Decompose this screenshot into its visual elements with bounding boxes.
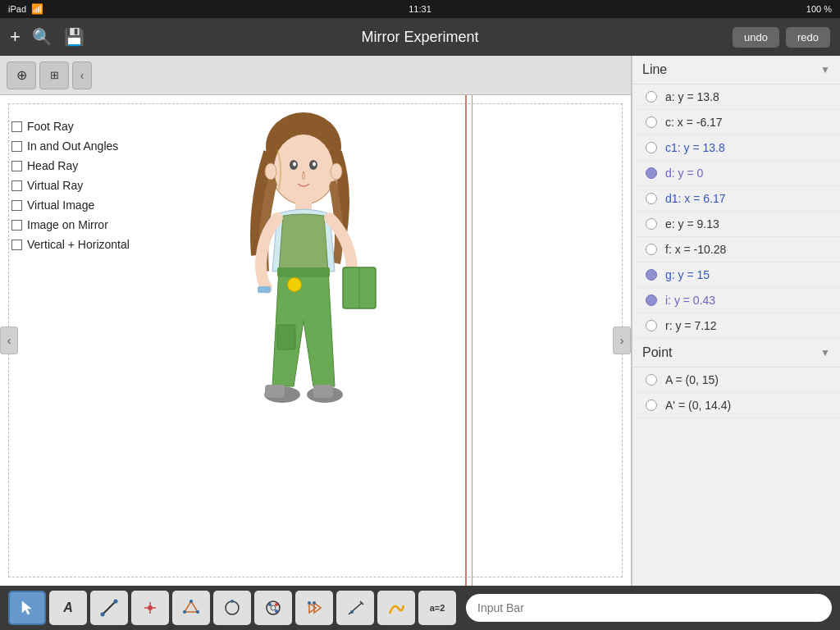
- save-button[interactable]: 💾: [64, 27, 84, 47]
- head-ray-checkbox[interactable]: Head Ray: [11, 159, 130, 172]
- radio-e[interactable]: [646, 218, 657, 230]
- grid-button[interactable]: ⊞: [39, 62, 69, 89]
- radio-c1[interactable]: [646, 142, 657, 153]
- foot-ray-box[interactable]: [11, 121, 22, 132]
- line-item-f[interactable]: f: x = -10.28: [632, 237, 840, 262]
- foot-ray-checkbox[interactable]: Foot Ray: [11, 120, 130, 133]
- point-section-title: Point: [642, 345, 672, 360]
- svg-rect-12: [258, 286, 271, 293]
- line-item-e[interactable]: e: y = 9.13: [632, 212, 840, 237]
- svg-line-19: [103, 601, 116, 614]
- radio-r[interactable]: [646, 320, 657, 331]
- canvas-right-arrow[interactable]: ›: [613, 326, 631, 354]
- in-out-angles-checkbox[interactable]: In and Out Angles: [11, 139, 130, 153]
- status-right: 100 %: [806, 4, 832, 14]
- vertical-horizontal-checkbox[interactable]: Vertical + Horizontal: [11, 238, 130, 251]
- image-on-mirror-label: Image on Mirror: [27, 218, 108, 231]
- toolbar-left-buttons: + 🔍 💾: [10, 26, 84, 48]
- pointer-tool-button[interactable]: [8, 591, 46, 625]
- line-item-d[interactable]: d: y = 0: [632, 161, 840, 186]
- line-r-label: r: y = 7.12: [665, 319, 717, 332]
- line-item-d1[interactable]: d1: x = 6.17: [632, 186, 840, 212]
- canvas-area[interactable]: ‹ › Foot Ray In and Out Angles Head Ray: [0, 95, 631, 586]
- radio-d1[interactable]: [646, 193, 657, 204]
- line-c1-label: c1: y = 13.8: [665, 141, 725, 154]
- options-panel: Foot Ray In and Out Angles Head Ray Virt…: [11, 120, 130, 251]
- line-item-r[interactable]: r: y = 7.12: [632, 313, 840, 339]
- radio-a[interactable]: [646, 91, 657, 103]
- line-section-header[interactable]: Line ▼: [632, 56, 840, 84]
- virtual-ray-box[interactable]: [11, 180, 22, 191]
- main-toolbar: + 🔍 💾 Mirror Experiment undo redo: [0, 18, 840, 56]
- radio-g[interactable]: [646, 269, 657, 281]
- virtual-image-box[interactable]: [11, 200, 22, 211]
- radio-c[interactable]: [646, 116, 657, 128]
- text-tool-button[interactable]: A: [49, 591, 87, 625]
- line-i-label: i: y = 0.43: [665, 294, 715, 307]
- virtual-image-checkbox[interactable]: Virtual Image: [11, 199, 130, 212]
- add-button[interactable]: +: [10, 26, 21, 48]
- toolbar-right-buttons: undo redo: [733, 27, 830, 48]
- svg-point-33: [268, 603, 272, 606]
- line-item-i[interactable]: i: y = 0.43: [632, 288, 840, 313]
- svg-point-38: [308, 601, 311, 605]
- point-tool-icon: [141, 599, 159, 617]
- line-item-g[interactable]: g: y = 15: [632, 262, 840, 288]
- left-nav-arrow[interactable]: ‹: [72, 62, 92, 89]
- transform-tool-icon: [305, 599, 323, 617]
- virtual-ray-checkbox[interactable]: Virtual Ray: [11, 179, 130, 192]
- point-item-A1[interactable]: A' = (0, 14.4): [632, 393, 840, 418]
- line-tool-button[interactable]: [90, 591, 128, 625]
- line-chevron-icon: ▼: [820, 64, 830, 75]
- svg-point-5: [293, 162, 296, 167]
- conic-tool-button[interactable]: [254, 591, 292, 625]
- head-ray-box[interactable]: [11, 161, 22, 171]
- vertical-horizontal-label: Vertical + Horizontal: [27, 238, 130, 251]
- character-svg: [189, 107, 418, 460]
- curve-tool-button[interactable]: [377, 591, 415, 625]
- polygon-tool-button[interactable]: [172, 591, 210, 625]
- radio-d[interactable]: [646, 167, 657, 179]
- search-button[interactable]: 🔍: [32, 27, 52, 47]
- image-on-mirror-box[interactable]: [11, 220, 22, 231]
- point-indicator[interactable]: [287, 277, 302, 292]
- radio-i[interactable]: [646, 294, 657, 306]
- app-title: Mirror Experiment: [361, 29, 478, 46]
- circle-tool-button[interactable]: [213, 591, 251, 625]
- in-out-angles-box[interactable]: [11, 141, 22, 152]
- radio-f[interactable]: [646, 244, 657, 255]
- undo-button[interactable]: undo: [733, 27, 779, 48]
- battery-label: 100 %: [806, 4, 832, 14]
- ray-tool-button[interactable]: [336, 591, 374, 625]
- point-tool-button[interactable]: [131, 591, 169, 625]
- svg-point-17: [265, 163, 276, 180]
- radio-A[interactable]: [646, 374, 657, 386]
- slider-tool-button[interactable]: a=2: [418, 591, 456, 625]
- point-section-header[interactable]: Point ▼: [632, 339, 840, 368]
- curve-tool-icon: [387, 599, 405, 617]
- canvas-left-arrow[interactable]: ‹: [0, 326, 18, 354]
- line-item-c1[interactable]: c1: y = 13.8: [632, 135, 840, 161]
- coordinate-axes-button[interactable]: ⊕: [7, 62, 36, 89]
- svg-point-29: [226, 601, 239, 614]
- svg-point-28: [183, 610, 186, 614]
- transform-tool-button[interactable]: [295, 591, 333, 625]
- right-panel: Line ▼ a: y = 13.8 c: x = -6.17 c1: y = …: [632, 56, 840, 586]
- line-section-title: Line: [642, 62, 667, 77]
- input-bar[interactable]: [466, 594, 832, 622]
- line-d1-label: d1: x = 6.17: [665, 192, 726, 205]
- svg-rect-11: [277, 325, 295, 349]
- line-e-label: e: y = 9.13: [665, 217, 719, 231]
- vertical-horizontal-box[interactable]: [11, 240, 22, 250]
- line-a-label: a: y = 13.8: [665, 90, 719, 103]
- image-on-mirror-checkbox[interactable]: Image on Mirror: [11, 218, 130, 231]
- point-A1-label: A' = (0, 14.4): [665, 399, 731, 412]
- line-item-a[interactable]: a: y = 13.8: [632, 84, 840, 110]
- redo-button[interactable]: redo: [786, 27, 830, 48]
- line-item-c[interactable]: c: x = -6.17: [632, 110, 840, 135]
- radio-A1[interactable]: [646, 399, 657, 411]
- in-out-angles-label: In and Out Angles: [27, 139, 118, 153]
- point-item-A[interactable]: A = (0, 15): [632, 368, 840, 393]
- pointer-icon: [19, 600, 35, 616]
- svg-point-30: [231, 600, 234, 603]
